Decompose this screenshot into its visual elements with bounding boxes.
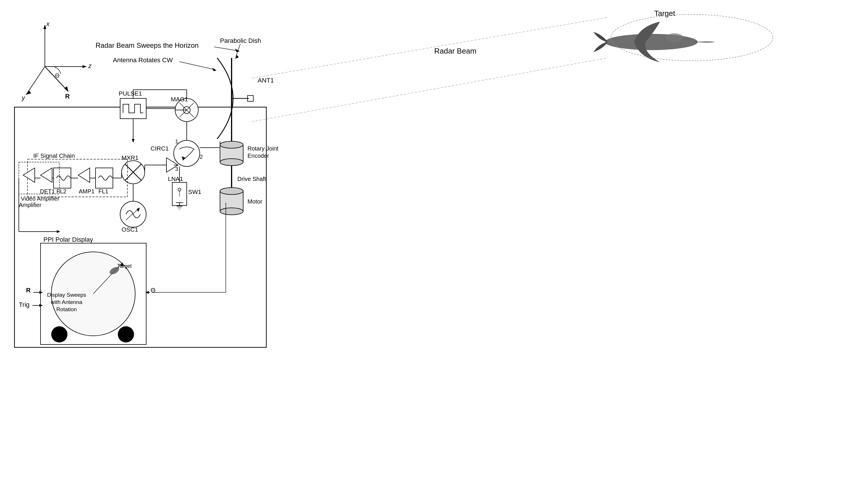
r-label-ppi: R xyxy=(26,287,31,294)
circ1-port2: 2 xyxy=(200,154,203,160)
r-vector-label: R xyxy=(65,93,70,100)
svg-text:with Antenna: with Antenna xyxy=(51,299,83,305)
antenna-rotates-label: Antenna Rotates CW xyxy=(113,56,173,64)
svg-rect-66 xyxy=(95,168,113,188)
parabolic-dish-label: Parabolic Dish xyxy=(220,37,261,44)
mag1-label: MAG1 xyxy=(171,96,188,103)
radar-beam-label: Radar Beam xyxy=(434,47,477,55)
theta-label-axes: Θ xyxy=(55,72,60,79)
ant1-label: ANT1 xyxy=(257,77,274,84)
video-amp-label: Video Amplifier xyxy=(21,195,59,202)
svg-point-10 xyxy=(666,33,683,42)
mxr1-label: MXR1 xyxy=(122,154,138,161)
lna1-label: LNA1 xyxy=(168,176,183,182)
rotary-joint-label: Rotary Joint xyxy=(248,145,279,152)
svg-point-29 xyxy=(220,208,243,215)
display-sweeps-label: Display Sweeps xyxy=(47,292,86,298)
svg-text:Amplifier: Amplifier xyxy=(19,202,41,208)
svg-point-24 xyxy=(220,141,243,148)
circ1-port1: 1 xyxy=(175,138,178,144)
svg-rect-68 xyxy=(54,168,71,188)
drive-shaft-label: Drive Shaft xyxy=(237,176,266,182)
x-axis-label: x xyxy=(46,20,50,28)
det1-label: DET1 xyxy=(40,188,55,195)
target-display-label: Target xyxy=(117,263,132,269)
circ1-label: CIRC1 xyxy=(150,145,169,152)
ppi-display-label: PPI Polar Display xyxy=(43,236,93,243)
radar-beam-sweeps-label: Radar Beam Sweeps the Horizon xyxy=(95,41,199,49)
theta-label-ppi: Θ xyxy=(150,287,156,294)
y-axis-label: y xyxy=(21,94,25,101)
if-signal-chain-label: IF Signal Chain xyxy=(33,152,75,159)
svg-text:Rotation: Rotation xyxy=(56,306,77,312)
svg-point-91 xyxy=(118,326,134,342)
fl2-label: FL2 xyxy=(56,188,66,195)
motor-label: Motor xyxy=(248,198,262,205)
osc1-label: OSC1 xyxy=(122,226,138,233)
z-axis-label: z xyxy=(88,62,92,70)
svg-rect-41 xyxy=(120,98,146,119)
encoder-label: Encoder xyxy=(248,152,269,159)
target-label: Target xyxy=(654,9,675,18)
svg-point-90 xyxy=(51,326,68,342)
amp1-label: AMP1 xyxy=(79,188,94,195)
sw1-label: SW1 xyxy=(188,188,201,195)
fl1-label: FL1 xyxy=(99,188,108,195)
trig-label: Trig xyxy=(19,301,30,308)
svg-point-28 xyxy=(220,187,243,195)
svg-point-25 xyxy=(220,159,243,166)
pulse1-label: PULSE1 xyxy=(119,90,142,97)
